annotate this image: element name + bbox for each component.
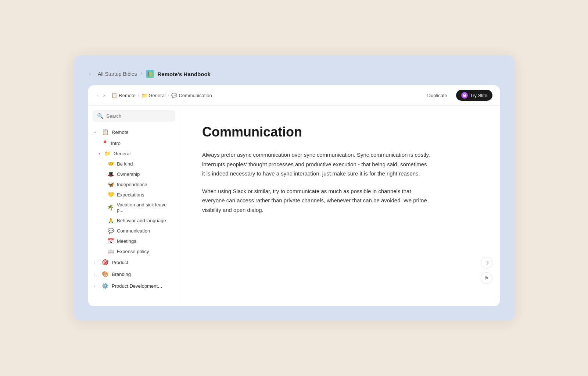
sidebar-item-product[interactable]: › 🎯 Product: [88, 256, 180, 268]
sidebar-item-meetings[interactable]: 📅 Meetings: [88, 236, 180, 246]
duplicate-button[interactable]: Duplicate: [424, 91, 450, 100]
try-slite-label: Try Slite: [470, 93, 487, 98]
handbook-title: Remote's Handbook: [158, 71, 211, 77]
sep2: /: [168, 93, 169, 98]
communication-sidebar-icon: 💬: [107, 228, 114, 234]
general-label: General: [114, 151, 130, 156]
remote-section-label: Remote: [112, 130, 129, 135]
search-box[interactable]: 🔍: [93, 110, 175, 122]
all-startup-bibles-link[interactable]: All Startup Bibles: [98, 71, 137, 77]
sidebar-item-ownership[interactable]: 🎩 Ownership: [88, 169, 180, 179]
breadcrumb-communication[interactable]: 💬 Communication: [171, 93, 212, 98]
be-kind-label: Be kind: [117, 161, 133, 167]
try-slite-button[interactable]: Try Slite: [456, 90, 492, 101]
ownership-label: Ownership: [117, 171, 140, 177]
ownership-icon: 🎩: [107, 171, 114, 177]
panel-header: ‹ › 📋 Remote / 📁 General / 💬 Communicati…: [88, 85, 500, 106]
general-folder-icon: 📁: [104, 150, 111, 156]
general-label: General: [149, 93, 166, 98]
panel-body: 🔍 ▾ 📋 Remote 📍 Intro ▾ 📁: [88, 106, 500, 306]
toggle-product-dev-icon: ›: [94, 284, 98, 288]
meetings-icon: 📅: [107, 238, 114, 244]
remote-icon: 📋: [111, 93, 117, 98]
communication-icon: 💬: [171, 93, 177, 98]
meetings-label: Meetings: [117, 238, 136, 244]
product-label: Product: [112, 260, 128, 265]
breadcrumb-separator: /: [141, 71, 142, 77]
general-icon: 📁: [141, 93, 147, 98]
content-area: Communication Always prefer async commun…: [180, 106, 500, 306]
intro-icon: 📍: [101, 140, 108, 146]
toggle-branding-icon: ›: [94, 272, 98, 276]
sidebar-item-expectations[interactable]: 💛 Expectations: [88, 189, 180, 200]
expectations-label: Expectations: [117, 192, 144, 198]
intro-label: Intro: [111, 141, 121, 146]
dark-mode-button[interactable]: ☽: [481, 257, 492, 269]
sidebar-item-general[interactable]: ▾ 📁 General: [88, 148, 180, 159]
communication-label: Communication: [179, 93, 212, 98]
vacation-icon: 🌴: [107, 205, 114, 210]
content-paragraph-2: When using Slack or similar, try to comm…: [202, 187, 430, 215]
behavior-icon: 🙏: [107, 217, 114, 223]
vacation-label: Vacation and sick leave p...: [117, 202, 174, 213]
svg-point-0: [463, 93, 466, 97]
search-input[interactable]: [106, 113, 171, 119]
toggle-product-icon: ›: [94, 260, 98, 265]
sidebar-item-independence[interactable]: 🦋 Independence: [88, 179, 180, 189]
top-bar: ← All Startup Bibles / 📗 Remote's Handbo…: [88, 70, 500, 78]
behavior-label: Behavior and language: [117, 218, 166, 223]
breadcrumb-nav: ‹ › 📋 Remote / 📁 General / 💬 Communicati…: [96, 92, 212, 99]
sidebar-item-be-kind[interactable]: 🤝 Be kind: [88, 159, 180, 169]
sidebar-item-branding[interactable]: › 🎨 Branding: [88, 268, 180, 280]
toggle-general-icon: ▾: [98, 152, 100, 156]
sidebar-item-product-dev[interactable]: › ⚙️ Product Development and En...: [88, 280, 180, 292]
communication-sidebar-label: Communication: [117, 228, 150, 234]
independence-icon: 🦋: [107, 181, 114, 187]
back-arrow[interactable]: ←: [88, 71, 94, 77]
sidebar-item-vacation[interactable]: 🌴 Vacation and sick leave p...: [88, 200, 180, 215]
branding-label: Branding: [112, 272, 131, 277]
flag-icon: ⚑: [484, 275, 489, 281]
be-kind-icon: 🤝: [107, 161, 114, 167]
breadcrumb-general[interactable]: 📁 General: [141, 93, 166, 98]
nav-arrows: ‹ ›: [96, 92, 106, 99]
flag-button[interactable]: ⚑: [481, 272, 492, 284]
nav-back-button[interactable]: ‹: [96, 92, 100, 99]
expectations-icon: 💛: [107, 192, 114, 198]
dark-mode-icon: ☽: [484, 260, 489, 266]
sidebar-item-expense[interactable]: 📖 Expense policy: [88, 246, 180, 256]
handbook-icon: 📗: [146, 70, 154, 78]
breadcrumb-remote[interactable]: 📋 Remote: [111, 93, 136, 98]
product-icon: 🎯: [101, 259, 109, 266]
sidebar: 🔍 ▾ 📋 Remote 📍 Intro ▾ 📁: [88, 106, 180, 306]
sidebar-item-intro[interactable]: 📍 Intro: [88, 138, 180, 148]
content-title: Communication: [202, 124, 470, 140]
content-paragraph-1: Always prefer async communication over s…: [202, 150, 430, 178]
expense-label: Expense policy: [117, 249, 149, 254]
outer-container: ← All Startup Bibles / 📗 Remote's Handbo…: [74, 55, 514, 321]
sep1: /: [138, 93, 139, 98]
search-icon: 🔍: [97, 113, 103, 119]
expense-icon: 📖: [107, 248, 114, 254]
sidebar-item-behavior[interactable]: 🙏 Behavior and language: [88, 215, 180, 226]
sidebar-item-communication[interactable]: 💬 Communication: [88, 226, 180, 236]
slite-logo-icon: [461, 92, 468, 99]
product-dev-icon: ⚙️: [101, 283, 109, 289]
toggle-remote-icon: ▾: [94, 130, 98, 134]
independence-label: Independence: [117, 182, 147, 187]
nav-forward-button[interactable]: ›: [102, 92, 107, 99]
remote-section-icon: 📋: [101, 129, 109, 135]
sidebar-item-remote[interactable]: ▾ 📋 Remote: [88, 126, 180, 138]
branding-icon: 🎨: [101, 271, 109, 277]
product-dev-label: Product Development and En...: [112, 283, 163, 289]
side-actions: ☽ ⚑: [481, 257, 492, 284]
panel-actions: Duplicate Try Slite: [424, 90, 492, 101]
main-panel: ‹ › 📋 Remote / 📁 General / 💬 Communicati…: [88, 85, 500, 306]
remote-label: Remote: [119, 93, 136, 98]
